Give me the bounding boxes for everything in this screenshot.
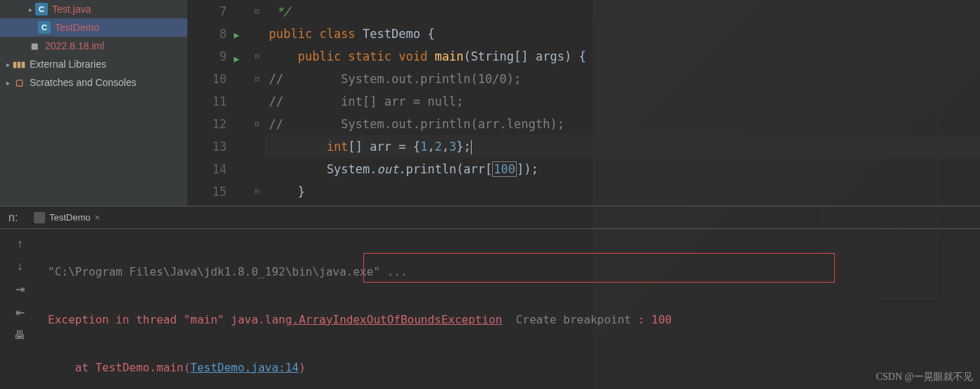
gutter-cell bbox=[249, 135, 265, 158]
run-gutter[interactable]: ▶▶ bbox=[234, 0, 249, 206]
soft-wrap-icon[interactable]: ⇥ bbox=[15, 283, 25, 296]
scroll-to-end-icon[interactable]: ⇤ bbox=[15, 306, 25, 319]
tree-item-scratches[interactable]: ▸ Scratches and Consoles bbox=[0, 73, 187, 92]
stacktrace-text: ) bbox=[299, 361, 306, 374]
chevron-right-icon: ▸ bbox=[3, 61, 13, 68]
scratches-icon bbox=[13, 76, 25, 89]
stacktrace-text: at TestDemo.main( bbox=[48, 361, 190, 374]
tree-item-label: External Libraries bbox=[30, 58, 106, 70]
gutter-cell bbox=[249, 23, 265, 45]
run-tab-testdemo[interactable]: TestDemo × bbox=[31, 211, 103, 225]
gutter-cell bbox=[234, 183, 249, 206]
print-icon[interactable]: 🖶 bbox=[14, 329, 25, 342]
console-text: "C:\Program Files\Java\jdk1.8.0_192\bin\… bbox=[48, 265, 387, 278]
line-number: 7 bbox=[187, 0, 227, 23]
java-class-icon: C bbox=[35, 3, 48, 16]
line-number: 9 bbox=[187, 45, 227, 68]
fold-gutter[interactable]: ⊟ ⊟⊟ ⊟ ⊟ bbox=[249, 0, 265, 206]
exception-tail: : 100 bbox=[638, 313, 672, 326]
fold-toggle-icon[interactable]: ⊟ bbox=[249, 113, 265, 135]
line-number-gutter: 789101112131415 bbox=[187, 0, 234, 206]
gutter-cell bbox=[234, 161, 249, 183]
close-icon[interactable]: × bbox=[95, 212, 101, 223]
gutter-cell bbox=[249, 90, 265, 113]
gutter-cell bbox=[234, 93, 249, 116]
source-link[interactable]: TestDemo.java:14 bbox=[190, 361, 299, 374]
chevron-right-icon: ▸ bbox=[3, 79, 13, 87]
console-output[interactable]: "C:\Program Files\Java\jdk1.8.0_192\bin\… bbox=[39, 229, 980, 389]
line-number: 14 bbox=[187, 158, 227, 180]
line-number: 11 bbox=[187, 90, 227, 113]
code-line[interactable]: public static void main(String[] args) { bbox=[265, 45, 980, 68]
fold-toggle-icon[interactable]: ⊟ bbox=[249, 45, 265, 68]
gutter-cell bbox=[234, 138, 249, 161]
tree-item-label: TestDemo bbox=[55, 22, 99, 33]
code-line[interactable]: public class TestDemo { bbox=[265, 23, 980, 45]
fold-toggle-icon[interactable]: ⊟ bbox=[249, 68, 265, 90]
exception-class[interactable]: .ArrayIndexOutOfBoundsException bbox=[292, 313, 503, 326]
tree-item-label: Scratches and Consoles bbox=[30, 77, 137, 88]
tree-item-label: Test.java bbox=[52, 4, 91, 15]
gutter-cell bbox=[234, 0, 249, 23]
watermark: CSDN @一晃眼就不见 bbox=[876, 371, 973, 383]
code-line[interactable]: } bbox=[265, 180, 980, 203]
tree-item-test-java[interactable]: ▸ C Test.java bbox=[0, 0, 187, 18]
tree-item-label: 2022.8.18.iml bbox=[45, 40, 104, 51]
console-text: ... bbox=[387, 265, 408, 278]
console-body: ↑ ↓ ⇥ ⇤ 🖶 "C:\Program Files\Java\jdk1.8.… bbox=[0, 229, 980, 389]
code-line[interactable]: */ bbox=[265, 0, 980, 23]
code-editor[interactable]: 789101112131415 ▶▶ ⊟ ⊟⊟ ⊟ ⊟ */public cla… bbox=[187, 0, 980, 206]
library-icon: ▮▮▮ bbox=[13, 58, 25, 70]
gutter-cell bbox=[234, 116, 249, 138]
run-icon[interactable]: ▶ bbox=[234, 47, 249, 70]
up-stack-icon[interactable]: ↑ bbox=[17, 237, 23, 250]
exception-text: Exception in thread "main" java.lang bbox=[48, 313, 292, 326]
run-tool-window: n: TestDemo × ↑ ↓ ⇥ ⇤ 🖶 "C:\Program File… bbox=[0, 206, 980, 389]
line-number: 12 bbox=[187, 113, 227, 135]
create-breakpoint-hint[interactable]: Create breakpoint bbox=[502, 313, 638, 326]
gutter-cell bbox=[234, 70, 249, 93]
console-line: at TestDemo.main(TestDemo.java:14) bbox=[48, 356, 972, 380]
project-tree[interactable]: ▸ C Test.java C TestDemo ▦ 2022.8.18.iml… bbox=[0, 0, 187, 206]
tree-item-external-libraries[interactable]: ▸ ▮▮▮ External Libraries bbox=[0, 55, 187, 73]
console-toolbar: ↑ ↓ ⇥ ⇤ 🖶 bbox=[0, 229, 39, 389]
java-class-icon: C bbox=[38, 21, 51, 34]
code-area[interactable]: */public class TestDemo { public static … bbox=[265, 0, 980, 206]
top-area: ▸ C Test.java C TestDemo ▦ 2022.8.18.iml… bbox=[0, 0, 980, 206]
console-line: Exception in thread "main" java.lang.Arr… bbox=[48, 308, 972, 332]
run-label-prefix: n: bbox=[8, 211, 24, 224]
code-line[interactable]: // int[] arr = null; bbox=[265, 90, 980, 113]
line-number: 15 bbox=[187, 180, 227, 203]
run-tabs: n: TestDemo × bbox=[0, 206, 980, 229]
ide-layout: ▸ C Test.java C TestDemo ▦ 2022.8.18.iml… bbox=[0, 0, 980, 389]
chevron-right-icon: ▸ bbox=[25, 6, 35, 13]
code-line[interactable]: // System.out.println(arr.length); bbox=[265, 113, 980, 135]
down-stack-icon[interactable]: ↓ bbox=[17, 260, 23, 273]
fold-toggle-icon[interactable]: ⊟ bbox=[249, 180, 265, 203]
run-icon[interactable]: ▶ bbox=[234, 23, 249, 47]
iml-file-icon: ▦ bbox=[28, 39, 41, 52]
code-line[interactable]: // System.out.println(10/0); bbox=[265, 68, 980, 90]
line-number: 10 bbox=[187, 68, 227, 90]
code-line[interactable]: int[] arr = {1,2,3}; bbox=[265, 135, 980, 158]
line-number: 13 bbox=[187, 135, 227, 158]
run-tab-label: TestDemo bbox=[49, 212, 91, 223]
gutter-cell bbox=[249, 158, 265, 180]
line-number: 8 bbox=[187, 23, 227, 45]
run-config-icon bbox=[34, 212, 45, 223]
tree-item-testdemo[interactable]: C TestDemo bbox=[0, 18, 187, 37]
tree-item-iml[interactable]: ▦ 2022.8.18.iml bbox=[0, 37, 187, 55]
console-line: "C:\Program Files\Java\jdk1.8.0_192\bin\… bbox=[48, 260, 972, 284]
code-line[interactable]: System.out.println(arr[100]); bbox=[265, 158, 980, 180]
fold-toggle-icon[interactable]: ⊟ bbox=[249, 0, 265, 23]
